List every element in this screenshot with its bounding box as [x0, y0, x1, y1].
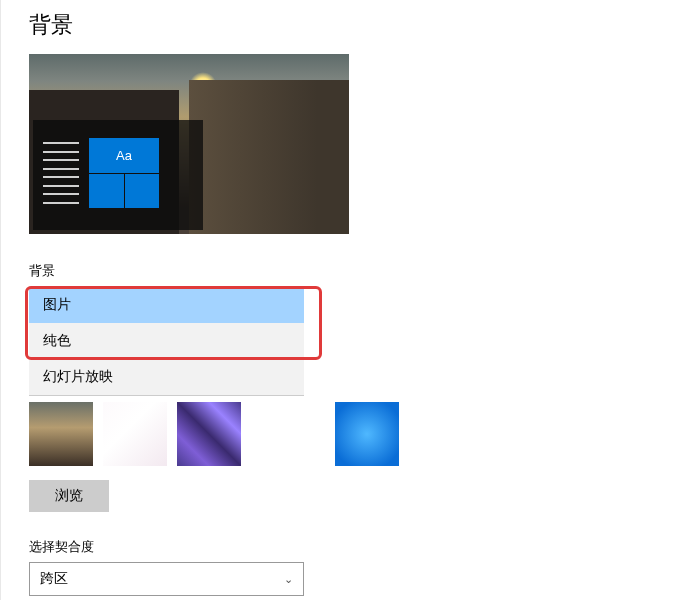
recent-image-thumb[interactable]	[103, 402, 167, 466]
chevron-down-icon: ⌄	[284, 573, 293, 586]
background-option-solid[interactable]: 纯色	[29, 323, 304, 359]
preview-tile-sample: Aa	[89, 138, 159, 173]
recent-image-thumb[interactable]	[29, 402, 93, 466]
recent-images-row	[29, 402, 675, 466]
fit-label: 选择契合度	[29, 538, 675, 556]
background-option-slideshow[interactable]: 幻灯片放映	[29, 359, 304, 395]
desktop-preview: Aa	[29, 54, 349, 234]
background-option-picture[interactable]: 图片	[29, 287, 304, 323]
background-label: 背景	[29, 262, 675, 280]
default-windows-thumb[interactable]	[335, 402, 399, 466]
recent-image-thumb[interactable]	[177, 402, 241, 466]
background-dropdown[interactable]: 图片 纯色 幻灯片放映	[29, 286, 304, 396]
page-title: 背景	[29, 10, 675, 40]
fit-dropdown[interactable]: 跨区 ⌄	[29, 562, 304, 596]
browse-button[interactable]: 浏览	[29, 480, 109, 512]
fit-selected-value: 跨区	[40, 570, 68, 588]
